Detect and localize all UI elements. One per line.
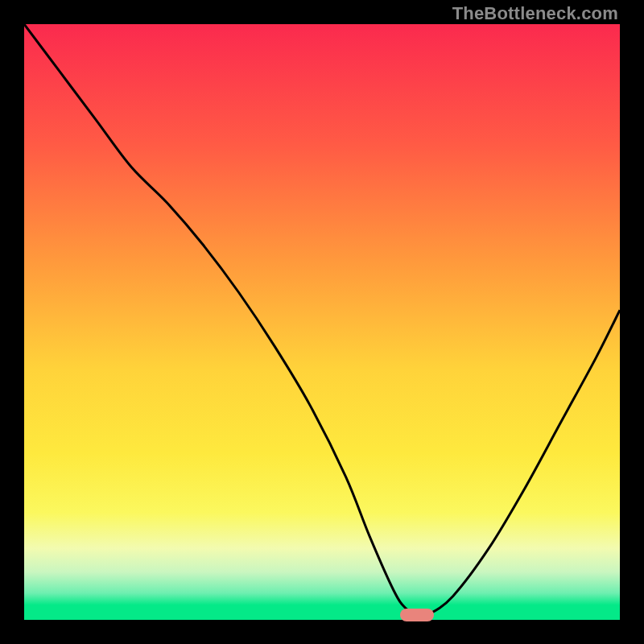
bottleneck-chart (24, 24, 620, 620)
watermark-text: TheBottleneck.com (452, 3, 618, 24)
gradient-background (24, 24, 620, 620)
optimal-marker (400, 609, 434, 621)
chart-frame (24, 24, 620, 620)
